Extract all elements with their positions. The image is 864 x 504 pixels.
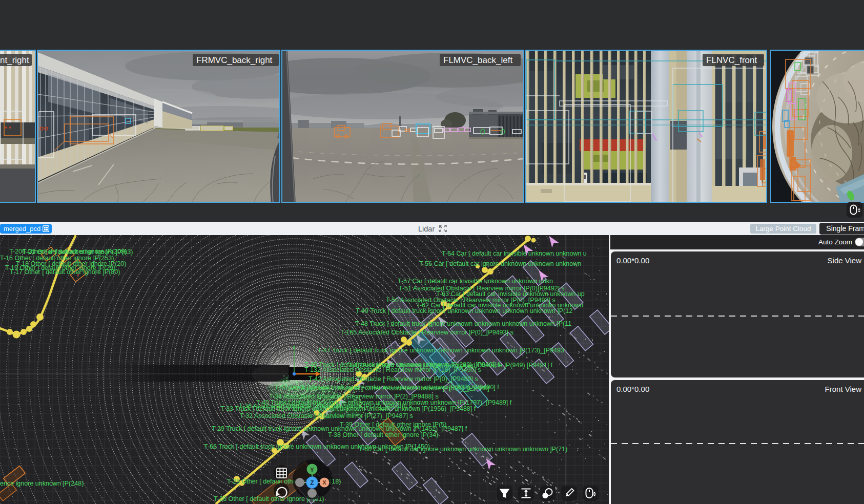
svg-text:T-165 Associated Obstacle [ Re: T-165 Associated Obstacle [ Rearview mir…: [340, 329, 513, 336]
svg-text:T-17 Other [ default other ign: T-17 Other [ default other ignore ]P(80): [10, 268, 120, 276]
svg-text:T-42 Associated Obstacle [ Rea: T-42 Associated Obstacle [ Rearview mirr…: [308, 375, 478, 383]
svg-text:T-41 Associated Obstacle [ Oth: T-41 Associated Obstacle [ Other Associa…: [287, 385, 489, 392]
svg-text:T-57 Car [ default car invisib: T-57 Car [ default car invisible unknown…: [398, 278, 553, 285]
svg-text:T-32 Associated Obstacle [ Rea: T-32 Associated Obstacle [ Rearview mirr…: [240, 412, 413, 419]
svg-text:T-56 Car [ default car ignore: T-56 Car [ default car ignore unknown un…: [419, 260, 581, 267]
svg-text:T-60 Car [ default car ignore: T-60 Car [ default car ignore unknown un…: [359, 446, 567, 453]
svg-text:nt_right: nt_right: [0, 55, 29, 65]
svg-text:T-132 Associated Obstacle [ Re: T-132 Associated Obstacle [ Rearview mir…: [304, 366, 481, 373]
svg-text:ence ignore unknown ]P(248): ence ignore unknown ]P(248): [0, 480, 84, 487]
svg-text:FLNVC_front: FLNVC_front: [706, 55, 757, 65]
svg-text:X: X: [322, 479, 326, 486]
svg-text:T-38 Other [ default other ign: T-38 Other [ default other ignore ]P(34): [328, 431, 438, 438]
svg-text:FRMVC_back_right: FRMVC_back_right: [196, 55, 273, 65]
svg-text:T-33 Truck [ default truck ign: T-33 Truck [ default truck ignore unknow…: [220, 405, 476, 412]
svg-text:FLMVC_back_left: FLMVC_back_left: [443, 55, 512, 65]
svg-text:Z: Z: [310, 479, 314, 487]
svg-text:T-47 Truck [ default truck ign: T-47 Truck [ default truck ignore unknow…: [318, 347, 564, 354]
svg-text:T-64 Car [ default car invisib: T-64 Car [ default car invisible unknown…: [442, 250, 587, 257]
svg-text:Y: Y: [310, 467, 314, 473]
svg-text:T-48 Truck [ default truck ign: T-48 Truck [ default truck ignore unknow…: [355, 320, 571, 327]
svg-text:T-49 Truck [ default truck ign: T-49 Truck [ default truck ignore unknow…: [356, 307, 572, 314]
